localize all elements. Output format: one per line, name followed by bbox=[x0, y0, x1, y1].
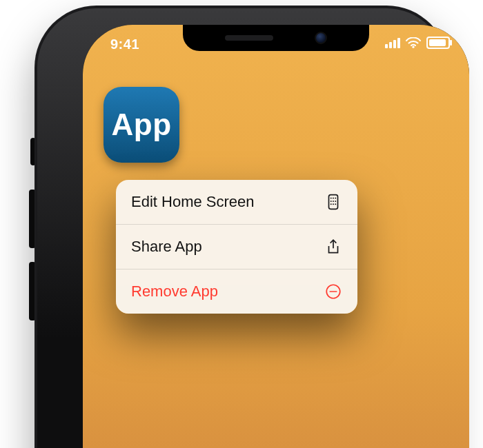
app-icon[interactable]: App bbox=[103, 87, 179, 163]
wifi-icon bbox=[406, 37, 421, 48]
status-time: 9:41 bbox=[110, 37, 139, 52]
menu-item-share-app[interactable]: Share App bbox=[116, 224, 357, 269]
menu-item-remove-app[interactable]: Remove App bbox=[116, 269, 357, 314]
svg-point-7 bbox=[335, 201, 336, 202]
svg-point-3 bbox=[333, 198, 334, 199]
iphone-body: 9:41 App Edit H bbox=[34, 6, 448, 448]
home-screen-icon bbox=[324, 193, 342, 211]
menu-item-edit-home-screen[interactable]: Edit Home Screen bbox=[116, 180, 357, 224]
menu-item-label: Remove App bbox=[131, 283, 218, 301]
svg-rect-1 bbox=[329, 195, 338, 210]
svg-point-9 bbox=[333, 203, 334, 205]
svg-point-5 bbox=[331, 201, 332, 202]
svg-point-4 bbox=[335, 198, 336, 199]
svg-point-2 bbox=[331, 198, 332, 199]
remove-icon bbox=[324, 283, 342, 301]
context-menu: Edit Home Screen Sha bbox=[116, 180, 357, 314]
share-icon bbox=[324, 238, 342, 256]
svg-point-6 bbox=[333, 201, 334, 202]
screen: 9:41 App Edit H bbox=[83, 25, 469, 448]
svg-point-8 bbox=[331, 203, 332, 205]
svg-point-10 bbox=[335, 203, 336, 205]
status-icons bbox=[385, 37, 450, 49]
battery-icon bbox=[426, 37, 450, 49]
menu-item-label: Share App bbox=[131, 238, 202, 256]
menu-item-label: Edit Home Screen bbox=[131, 193, 255, 211]
app-icon-label: App bbox=[111, 108, 171, 142]
svg-point-0 bbox=[412, 46, 414, 48]
cellular-icon bbox=[385, 38, 400, 48]
status-bar: 9:41 bbox=[83, 25, 469, 61]
